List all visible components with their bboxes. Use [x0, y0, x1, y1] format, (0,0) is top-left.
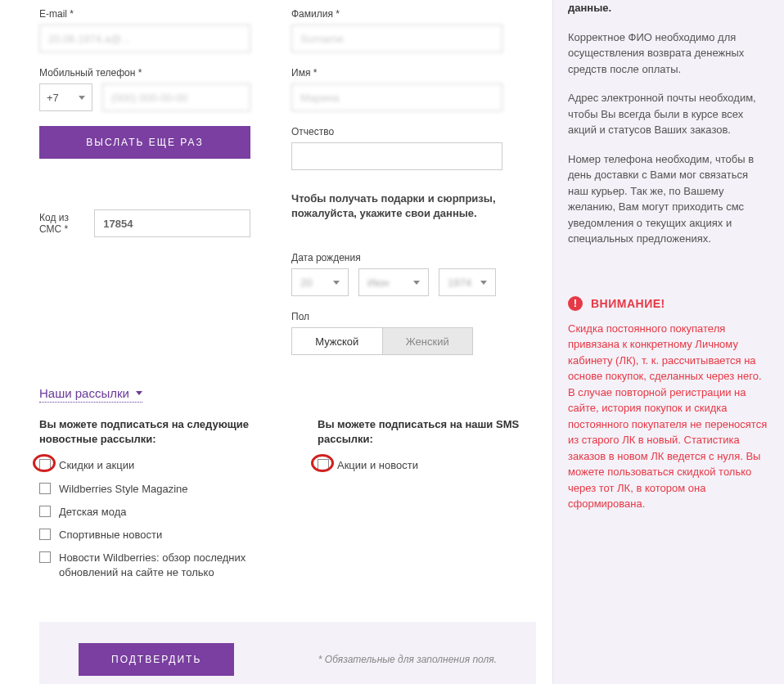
- sms-subscribe-heading: Вы можете подписаться на наши SMS рассыл…: [318, 417, 529, 447]
- phone-code-value: +7: [47, 92, 59, 104]
- checkbox-label: Новости Wildberries: обзор последних обн…: [59, 551, 277, 580]
- sidebar-text-phone: Номер телефона необходим, чтобы в день д…: [568, 151, 769, 247]
- resend-sms-button[interactable]: ВЫСЛАТЬ ЕЩЕ РАЗ: [39, 126, 250, 159]
- dob-month-select[interactable]: Июн: [358, 268, 429, 296]
- email-field[interactable]: [39, 25, 250, 52]
- required-fields-hint: * Обязательные для заполнения поля.: [318, 652, 497, 667]
- dob-label: Дата рождения: [291, 252, 502, 263]
- dob-day-select[interactable]: 20: [291, 268, 349, 296]
- sidebar-text-top: данные.: [568, 0, 769, 16]
- email-label: E-mail *: [39, 8, 250, 20]
- chevron-down-icon: [79, 96, 85, 100]
- surname-field[interactable]: [291, 25, 502, 52]
- checkbox-kids-fashion[interactable]: [39, 506, 51, 517]
- dob-year-value: 1974: [448, 277, 471, 289]
- phone-field[interactable]: [102, 83, 250, 111]
- name-field[interactable]: [291, 83, 502, 111]
- gender-female-button[interactable]: Женский: [383, 327, 474, 355]
- newsletters-toggle-label: Наши рассылки: [39, 386, 129, 400]
- checkbox-label: Спортивные новости: [59, 528, 162, 542]
- sms-code-label: Код из СМС *: [39, 212, 83, 235]
- warning-text: Скидка постоянного покупателя привязана …: [568, 321, 769, 512]
- chevron-down-icon: [333, 281, 340, 285]
- checkbox-label: Скидки и акции: [59, 458, 134, 473]
- checkbox-label: Детская мода: [59, 505, 126, 520]
- warning-title: ВНИМАНИЕ!: [591, 297, 665, 310]
- sidebar-text-email: Адрес электронной почты необходим, чтобы…: [568, 90, 769, 138]
- patronymic-label: Отчество: [291, 126, 502, 137]
- chevron-down-icon: [136, 391, 142, 395]
- chevron-down-icon: [413, 281, 420, 285]
- checkbox-wildberries-news[interactable]: [39, 551, 51, 563]
- chevron-down-icon: [480, 281, 487, 285]
- sidebar-text-fio: Корректное ФИО необходимо для осуществле…: [568, 29, 769, 78]
- checkbox-discounts[interactable]: [39, 459, 51, 470]
- newsletters-toggle[interactable]: Наши рассылки: [39, 386, 142, 403]
- confirm-button[interactable]: ПОДТВЕРДИТЬ: [79, 643, 234, 676]
- phone-label: Мобильный телефон *: [39, 67, 250, 79]
- checkbox-style-magazine[interactable]: [39, 483, 51, 494]
- checkbox-sports-news[interactable]: [39, 529, 51, 540]
- gifts-info-text: Чтобы получать подарки и сюрпризы, пожал…: [291, 191, 502, 221]
- dob-month-value: Июн: [367, 277, 389, 289]
- name-label: Имя *: [291, 67, 502, 79]
- gender-label: Пол: [291, 311, 502, 322]
- phone-code-select[interactable]: +7: [39, 83, 92, 111]
- dob-year-select[interactable]: 1974: [439, 268, 496, 296]
- patronymic-field[interactable]: [291, 142, 502, 170]
- checkbox-label: Акции и новости: [337, 458, 418, 473]
- gender-male-button[interactable]: Мужской: [291, 327, 383, 355]
- news-subscribe-heading: Вы можете подписаться на следующие новос…: [39, 417, 277, 447]
- sms-code-field[interactable]: [94, 209, 250, 237]
- checkbox-label: Wildberries Style Magazine: [59, 482, 188, 497]
- checkbox-sms-promo[interactable]: [318, 459, 329, 470]
- warning-icon: !: [568, 296, 583, 311]
- dob-day-value: 20: [300, 277, 312, 289]
- surname-label: Фамилия *: [291, 8, 502, 20]
